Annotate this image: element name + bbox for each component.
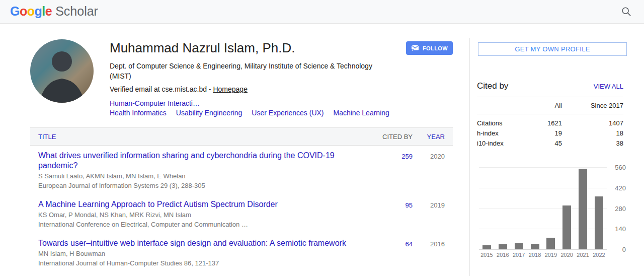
interest-link-hci[interactable]: Human-Computer Interacti… <box>110 99 200 107</box>
follow-button-label: FOLLOW <box>423 45 448 51</box>
interest-link-ml[interactable]: Machine Learning <box>334 109 389 117</box>
chart-bar-2021[interactable] <box>579 169 587 249</box>
publications-table-header: TITLE CITED BY YEAR <box>30 127 453 146</box>
citations-per-year-chart: 20152016201720182019202020212022 0140280… <box>479 166 626 267</box>
cited-by-count-link[interactable]: 64 <box>370 238 413 248</box>
profile-affiliation: Dept. of Computer Science & Engineering,… <box>110 61 392 81</box>
get-my-own-profile-button[interactable]: GET MY OWN PROFILE <box>478 42 627 56</box>
citations-since-value: 1407 <box>562 118 623 128</box>
sort-by-year-header[interactable]: YEAR <box>413 133 453 141</box>
publication-row: Towards user–intuitive web interface sig… <box>30 233 453 272</box>
chart-y-tick-label: 280 <box>615 205 626 213</box>
h-index-all-value: 19 <box>525 128 562 139</box>
publication-year: 2016 <box>413 238 453 248</box>
sort-by-title-header[interactable]: TITLE <box>38 133 370 141</box>
citations-label: Citations <box>477 118 525 128</box>
i10-index-since-value: 38 <box>562 139 623 149</box>
profile-info: Muhammad Nazrul Islam, Ph.D. Dept. of Co… <box>110 40 404 118</box>
chart-year-label: 2019 <box>543 252 558 258</box>
chart-year-label: 2021 <box>575 252 591 258</box>
cited-by-column-header: CITED BY <box>370 133 413 141</box>
top-header: GoogleScholar <box>0 0 644 24</box>
avatar[interactable] <box>30 39 94 103</box>
i10-index-label: i10-index <box>477 139 525 149</box>
google-logo-text: Google <box>10 4 52 18</box>
follow-button[interactable]: FOLLOW <box>406 41 453 55</box>
chart-y-tick-label: 0 <box>622 246 626 253</box>
chart-y-tick-label: 560 <box>615 164 626 171</box>
publication-authors: MN Islam, H Bouwman <box>38 249 359 258</box>
publication-row: What drives unverified information shari… <box>30 146 453 194</box>
publication-venue: International Journal of Human-Computer … <box>38 259 359 267</box>
view-all-link[interactable]: VIEW ALL <box>594 83 623 90</box>
profile-name: Muhammad Nazrul Islam, Ph.D. <box>110 40 404 55</box>
search-icon[interactable] <box>621 6 632 17</box>
publication-authors: S Samuli Laato, AKMN Islam, MN Islam, E … <box>38 172 359 180</box>
h-index-label: h-index <box>477 128 525 139</box>
citations-all-value: 1621 <box>525 118 562 128</box>
publication-title-link[interactable]: Towards user–intuitive web interface sig… <box>38 239 346 247</box>
cited-by-panel: Cited by VIEW ALL All Since 2017 Citatio… <box>477 81 623 149</box>
follow-envelope-icon <box>411 45 419 51</box>
chart-bar-2016[interactable] <box>499 244 507 249</box>
chart-bar-2017[interactable] <box>515 243 523 249</box>
publication-row: A Machine Learning Approach to Predict A… <box>30 194 453 233</box>
chart-x-axis-labels: 20152016201720182019202020212022 <box>479 252 607 258</box>
publication-year: 2020 <box>413 151 453 160</box>
publication-venue: European Journal of Information Systems … <box>38 181 359 190</box>
interest-link-usability[interactable]: Usability Engineering <box>176 109 243 117</box>
h-index-row: h-index 19 18 <box>477 128 623 139</box>
publication-title-link[interactable]: What drives unverified information shari… <box>38 151 335 170</box>
chart-bar-2019[interactable] <box>546 238 555 249</box>
interest-link-health-informatics[interactable]: Health Informatics <box>110 109 167 117</box>
i10-index-row: i10-index 45 38 <box>477 139 623 149</box>
publication-year: 2019 <box>413 199 453 209</box>
cited-by-count-link[interactable]: 259 <box>370 151 413 160</box>
chart-bar-2022[interactable] <box>595 196 603 249</box>
publication-row: Effect of Security Increment to Symmetri… <box>30 272 453 276</box>
cited-by-column-headers: All Since 2017 <box>477 97 623 114</box>
cited-by-title: Cited by <box>477 81 508 91</box>
sidebar-divider <box>469 38 470 276</box>
chart-bar-2015[interactable] <box>482 245 491 249</box>
citations-chart-plot <box>479 166 607 250</box>
publication-venue: International Conference on Electrical, … <box>38 220 359 229</box>
google-scholar-logo[interactable]: GoogleScholar <box>10 4 98 19</box>
i10-index-all-value: 45 <box>525 139 562 149</box>
chart-year-label: 2022 <box>591 252 607 258</box>
chart-year-label: 2020 <box>559 252 575 258</box>
chart-y-tick-label: 140 <box>615 226 626 233</box>
chart-year-label: 2016 <box>495 252 511 258</box>
citations-row: Citations 1621 1407 <box>477 118 623 128</box>
verified-email-line: Verified email at cse.mist.ac.bd - Homep… <box>110 85 404 94</box>
research-interests: Human-Computer Interacti…Health Informat… <box>110 99 371 118</box>
chart-year-label: 2015 <box>479 252 495 258</box>
cited-by-count-link[interactable]: 95 <box>370 199 413 209</box>
publication-authors: KS Omar, P Mondal, NS Khan, MRK Rizvi, M… <box>38 211 359 219</box>
chart-y-axis-labels: 0140280420560 <box>607 166 626 250</box>
publications-table: TITLE CITED BY YEAR What drives unverifi… <box>30 127 453 276</box>
h-index-since-value: 18 <box>562 128 623 139</box>
homepage-link[interactable]: Homepage <box>213 85 248 93</box>
chart-baseline <box>479 249 607 250</box>
chart-bar-2020[interactable] <box>562 205 571 249</box>
chart-year-label: 2018 <box>527 252 543 258</box>
verified-email-text: Verified email at cse.mist.ac.bd - <box>110 85 213 93</box>
interest-link-ux[interactable]: User Experiences (UX) <box>252 109 324 117</box>
col-since-header: Since 2017 <box>562 102 623 109</box>
publication-title-link[interactable]: A Machine Learning Approach to Predict A… <box>38 200 278 209</box>
chart-bar-2018[interactable] <box>531 244 539 249</box>
chart-y-tick-label: 420 <box>615 185 626 192</box>
col-all-header: All <box>525 102 562 109</box>
scholar-logo-text: Scholar <box>55 4 98 18</box>
chart-year-label: 2017 <box>511 252 527 258</box>
